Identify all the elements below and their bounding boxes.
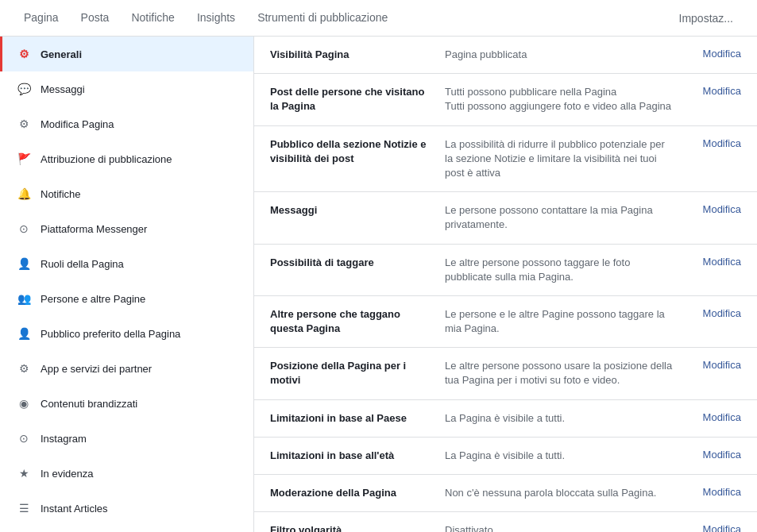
main-layout: ⚙Generali💬Messaggi⚙Modifica Pagina🚩Attri… <box>0 37 757 532</box>
settings-value-0: Pagina pubblicata <box>445 48 686 62</box>
sidebar-item-generali[interactable]: ⚙Generali <box>0 37 253 71</box>
nav-notifiche[interactable]: Notifiche <box>120 2 185 35</box>
modifica-link-7[interactable]: Modifica <box>703 411 741 423</box>
modifica-link-0[interactable]: Modifica <box>703 48 741 60</box>
settings-label-1: Post delle persone che visitano la Pagin… <box>270 85 445 114</box>
settings-label-2: Pubblico della sezione Notizie e visibil… <box>270 137 445 166</box>
sidebar-icon-6: 👤 <box>15 255 33 272</box>
sidebar-item-contenuti-brandizzati[interactable]: ◉Contenuti brandizzati <box>0 386 253 421</box>
modifica-link-2[interactable]: Modifica <box>703 137 741 149</box>
sidebar-item-in-evidenza[interactable]: ★In evidenza <box>0 456 253 491</box>
top-nav: Pagina Posta Notifiche Insights Strument… <box>0 0 757 37</box>
settings-action-10[interactable]: Modifica <box>686 523 741 532</box>
sidebar-icon-2: ⚙ <box>15 115 33 133</box>
sidebar-label-1: Messaggi <box>41 83 85 95</box>
settings-action-0[interactable]: Modifica <box>686 48 741 60</box>
settings-action-3[interactable]: Modifica <box>686 203 741 215</box>
sidebar-label-10: Contenuti brandizzati <box>41 398 137 410</box>
settings-action-7[interactable]: Modifica <box>686 411 741 423</box>
main-content: Visibilità PaginaPagina pubblicataModifi… <box>254 37 757 532</box>
settings-action-9[interactable]: Modifica <box>686 486 741 498</box>
sidebar-icon-8: 👤 <box>15 325 33 342</box>
sidebar-icon-1: 💬 <box>15 80 33 98</box>
settings-value-6: Le altre persone possono usare la posizi… <box>445 359 686 387</box>
sidebar-label-4: Notifiche <box>41 188 81 200</box>
settings-row-3: MessaggiLe persone possono contattare la… <box>254 192 757 244</box>
sidebar-item-messaggi[interactable]: 💬Messaggi <box>0 71 253 106</box>
sidebar-icon-5: ⊙ <box>15 220 33 237</box>
sidebar-item-attribuzione-di-pubblicazione[interactable]: 🚩Attribuzione di pubblicazione <box>0 141 253 176</box>
modifica-link-5[interactable]: Modifica <box>703 307 741 319</box>
settings-row-0: Visibilità PaginaPagina pubblicataModifi… <box>254 37 757 74</box>
sidebar-item-persone-e-altre-pagine[interactable]: 👥Persone e altre Pagine <box>0 281 253 316</box>
settings-row-2: Pubblico della sezione Notizie e visibil… <box>254 126 757 193</box>
sidebar-label-2: Modifica Pagina <box>41 118 114 130</box>
settings-value-10: Disattivato <box>445 523 686 532</box>
settings-row-4: Possibilità di taggareLe altre persone p… <box>254 245 757 296</box>
settings-value-7: La Pagina è visibile a tutti. <box>445 411 686 426</box>
modifica-link-9[interactable]: Modifica <box>703 486 741 498</box>
sidebar-item-modifica-pagina[interactable]: ⚙Modifica Pagina <box>0 106 253 141</box>
settings-label-3: Messaggi <box>270 203 445 218</box>
sidebar-item-instant-articles[interactable]: ☰Instant Articles <box>0 491 253 526</box>
sidebar-item-pubblico-preferito-della-pagina[interactable]: 👤Pubblico preferito della Pagina <box>0 316 253 351</box>
sidebar-item-piattaforma-messenger[interactable]: ⊙Piattaforma Messenger <box>0 211 253 246</box>
settings-label-4: Possibilità di taggare <box>270 256 445 270</box>
modifica-link-10[interactable]: Modifica <box>703 523 741 532</box>
modifica-link-8[interactable]: Modifica <box>703 449 741 461</box>
nav-pagina[interactable]: Pagina <box>13 2 70 35</box>
sidebar-label-3: Attribuzione di pubblicazione <box>41 153 172 165</box>
settings-label-0: Visibilità Pagina <box>270 48 445 62</box>
settings-label-6: Posizione della Pagina per i motivi <box>270 359 445 387</box>
modifica-link-6[interactable]: Modifica <box>703 359 741 371</box>
settings-label-7: Limitazioni in base al Paese <box>270 411 445 426</box>
sidebar-icon-0: ⚙ <box>15 45 33 63</box>
sidebar-item-ruoli-della-pagina[interactable]: 👤Ruoli della Pagina <box>0 246 253 281</box>
sidebar-label-8: Pubblico preferito della Pagina <box>41 328 180 340</box>
settings-action-1[interactable]: Modifica <box>686 85 741 97</box>
sidebar-label-12: In evidenza <box>41 468 94 480</box>
sidebar-label-6: Ruoli della Pagina <box>41 258 124 270</box>
sidebar-item-instagram[interactable]: ⊙Instagram <box>0 421 253 456</box>
settings-row-8: Limitazioni in base all'etàLa Pagina è v… <box>254 438 757 475</box>
settings-label-5: Altre persone che taggano questa Pagina <box>270 307 445 336</box>
sidebar-icon-4: 🔔 <box>15 185 33 202</box>
sidebar-icon-12: ★ <box>15 465 33 482</box>
nav-impostazioni[interactable]: Impostaz... <box>668 2 744 34</box>
sidebar-label-5: Piattaforma Messenger <box>41 223 147 235</box>
settings-value-2: La possibilità di ridurre il pubblico po… <box>445 137 686 181</box>
sidebar-icon-10: ◉ <box>15 395 33 412</box>
modifica-link-3[interactable]: Modifica <box>703 203 741 215</box>
sidebar-item-cross-posting[interactable]: ◫Cross-posting <box>0 526 253 532</box>
nav-insights[interactable]: Insights <box>186 2 246 35</box>
sidebar-icon-7: 👥 <box>15 290 33 307</box>
settings-action-6[interactable]: Modifica <box>686 359 741 371</box>
settings-row-6: Posizione della Pagina per i motiviLe al… <box>254 348 757 399</box>
settings-action-5[interactable]: Modifica <box>686 307 741 319</box>
settings-value-1: Tutti possono pubblicare nella PaginaTut… <box>445 85 686 114</box>
settings-action-8[interactable]: Modifica <box>686 449 741 461</box>
nav-posta[interactable]: Posta <box>70 2 121 35</box>
sidebar-label-9: App e servizi dei partner <box>41 363 152 375</box>
sidebar-label-0: Generali <box>41 48 82 60</box>
sidebar-item-app-e-servizi-dei-partner[interactable]: ⚙App e servizi dei partner <box>0 351 253 386</box>
settings-value-8: La Pagina è visibile a tutti. <box>445 449 686 463</box>
sidebar-label-13: Instant Articles <box>41 503 108 515</box>
sidebar-label-7: Persone e altre Pagine <box>41 293 145 305</box>
modifica-link-4[interactable]: Modifica <box>703 256 741 268</box>
settings-row-9: Moderazione della PaginaNon c'è nessuna … <box>254 475 757 512</box>
settings-row-7: Limitazioni in base al PaeseLa Pagina è … <box>254 400 757 438</box>
settings-action-2[interactable]: Modifica <box>686 137 741 149</box>
modifica-link-1[interactable]: Modifica <box>703 85 741 97</box>
settings-row-10: Filtro volgaritàDisattivatoModifica <box>254 512 757 532</box>
settings-value-4: Le altre persone possono taggare le foto… <box>445 256 686 284</box>
settings-action-4[interactable]: Modifica <box>686 256 741 268</box>
sidebar-icon-9: ⚙ <box>15 360 33 377</box>
nav-strumenti[interactable]: Strumenti di pubblicazione <box>246 2 399 35</box>
sidebar-icon-11: ⊙ <box>15 430 33 447</box>
sidebar-item-notifiche[interactable]: 🔔Notifiche <box>0 176 253 211</box>
settings-value-9: Non c'è nessuna parola bloccata sulla Pa… <box>445 486 686 500</box>
settings-row-5: Altre persone che taggano questa PaginaL… <box>254 296 757 348</box>
settings-label-10: Filtro volgarità <box>270 523 445 532</box>
settings-value-5: Le persone e le altre Pagine possono tag… <box>445 307 686 336</box>
